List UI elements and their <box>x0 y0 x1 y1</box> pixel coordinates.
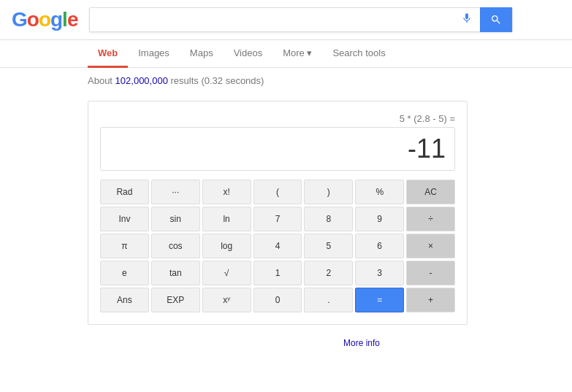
calc-btn-EXP[interactable]: EXP <box>151 288 200 312</box>
calc-btn-_[interactable]: - <box>406 261 455 285</box>
calculator: 5 * (2.8 - 5) = -11 Rad···x!()%ACInvsinl… <box>88 101 468 325</box>
calc-btn-e[interactable]: e <box>100 261 149 285</box>
microphone-icon[interactable] <box>454 12 480 27</box>
calc-btn-_[interactable]: √ <box>202 261 251 285</box>
calc-btn-8[interactable]: 8 <box>304 207 353 231</box>
google-logo: Google <box>12 8 77 31</box>
calc-btn-_[interactable]: = <box>355 288 404 312</box>
calc-btn-9[interactable]: 9 <box>355 207 404 231</box>
calc-btn-AC[interactable]: AC <box>406 180 455 204</box>
more-info-link[interactable]: More info <box>0 332 468 354</box>
results-info: About 102,000,000 results (0.32 seconds) <box>0 68 572 93</box>
calc-btn-6[interactable]: 6 <box>355 234 404 258</box>
calc-btn-_[interactable]: + <box>406 288 455 312</box>
calc-btn-x_[interactable]: x! <box>202 180 251 204</box>
calc-btn-0[interactable]: 0 <box>253 288 302 312</box>
calc-btn-_[interactable]: % <box>355 180 404 204</box>
calc-btn-cos[interactable]: cos <box>151 234 200 258</box>
nav-item-videos[interactable]: Videos <box>224 40 273 68</box>
calc-btn-_[interactable]: . <box>304 288 353 312</box>
calc-btn-x_[interactable]: xʸ <box>202 288 251 312</box>
navigation-bar: Web Images Maps Videos More ▾ Search too… <box>0 40 572 68</box>
calc-btn-_[interactable]: π <box>100 234 149 258</box>
calc-buttons: Rad···x!()%ACInvsinln789÷πcoslog456×etan… <box>100 180 455 312</box>
nav-item-images[interactable]: Images <box>128 40 180 68</box>
calc-btn-_[interactable]: ÷ <box>406 207 455 231</box>
nav-item-maps[interactable]: Maps <box>180 40 224 68</box>
calc-btn-Rad[interactable]: Rad <box>100 180 149 204</box>
header: Google 5*(2.8-5) <box>0 0 572 40</box>
search-input[interactable]: 5*(2.8-5) <box>90 10 454 29</box>
calc-btn-Inv[interactable]: Inv <box>100 207 149 231</box>
calc-result: -11 <box>408 134 446 164</box>
results-count: 102,000,000 <box>115 75 168 86</box>
calc-btn-_[interactable]: × <box>406 234 455 258</box>
calc-expression: 5 * (2.8 - 5) = <box>100 113 455 124</box>
calc-btn-_[interactable]: ( <box>253 180 302 204</box>
calc-btn-1[interactable]: 1 <box>253 261 302 285</box>
nav-item-search-tools[interactable]: Search tools <box>322 40 395 68</box>
calc-btn-3[interactable]: 3 <box>355 261 404 285</box>
calc-btn-sin[interactable]: sin <box>151 207 200 231</box>
calc-btn-_[interactable]: ) <box>304 180 353 204</box>
calc-btn-2[interactable]: 2 <box>304 261 353 285</box>
calc-btn-Ans[interactable]: Ans <box>100 288 149 312</box>
nav-item-more[interactable]: More ▾ <box>272 40 322 68</box>
calc-btn-tan[interactable]: tan <box>151 261 200 285</box>
search-box: 5*(2.8-5) <box>89 7 513 32</box>
search-button[interactable] <box>480 7 512 32</box>
calc-btn-7[interactable]: 7 <box>253 207 302 231</box>
calc-display: -11 <box>100 127 455 171</box>
calc-btn-ln[interactable]: ln <box>202 207 251 231</box>
calc-btn-___[interactable]: ··· <box>151 180 200 204</box>
calc-btn-log[interactable]: log <box>202 234 251 258</box>
calc-btn-5[interactable]: 5 <box>304 234 353 258</box>
calc-btn-4[interactable]: 4 <box>253 234 302 258</box>
nav-item-web[interactable]: Web <box>88 40 128 68</box>
